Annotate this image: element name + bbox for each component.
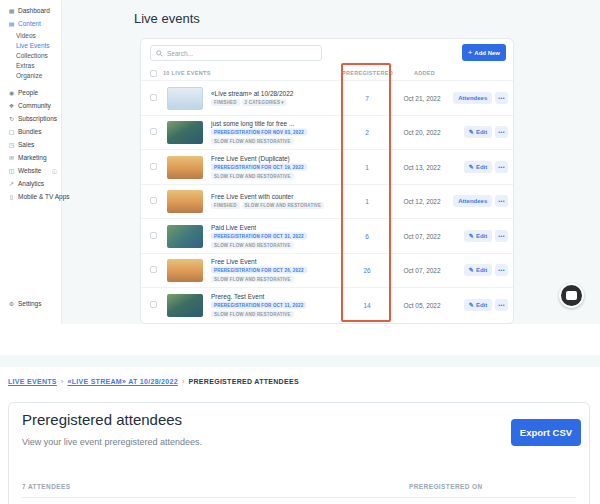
- chat-widget-button[interactable]: [559, 283, 584, 308]
- added-date: Oct 07, 2022: [394, 267, 450, 274]
- action-label: Attendees: [458, 95, 487, 101]
- row-more-button[interactable]: •••: [495, 92, 508, 104]
- website-icon: ◫: [8, 168, 15, 174]
- table-header: 10 LIVE EVENTS PREREGISTERED ADDED: [141, 67, 513, 81]
- row-more-button[interactable]: •••: [495, 230, 508, 242]
- plus-icon: +: [468, 49, 473, 57]
- event-badges: PREREGISTRATION FOR OCT 26, 2022SLOW FLO…: [211, 267, 343, 283]
- sidebar-item-dashboard[interactable]: ▦Dashboard: [0, 4, 61, 17]
- action-label: Edit: [476, 302, 487, 308]
- sidebar-item-content[interactable]: ▤Content: [0, 17, 61, 30]
- attendees-table-header: 7 ATTENDEES PREREGISTERED ON: [22, 483, 576, 490]
- sidebar-item-marketing[interactable]: ✉Marketing: [0, 151, 61, 164]
- action-label: Edit: [476, 267, 487, 273]
- sidebar-item-label: Organize: [16, 72, 42, 79]
- event-info: Free Live Event (Duplicate)PREREGISTRATI…: [211, 154, 343, 179]
- row-more-button[interactable]: •••: [495, 161, 508, 173]
- events-table-body: «Live stream» at 10/28/2022FINISHED2 CAT…: [141, 81, 513, 323]
- sidebar-item-bundles[interactable]: ▢Bundles: [0, 125, 61, 138]
- preregistered-count-link[interactable]: 2: [342, 129, 392, 136]
- table-row: Free Live EventPREREGISTRATION FOR OCT 2…: [141, 254, 513, 289]
- row-more-button[interactable]: •••: [495, 195, 508, 207]
- edit-button[interactable]: ✎Edit: [464, 161, 492, 173]
- added-date: Oct 21, 2022: [394, 94, 450, 101]
- export-csv-button[interactable]: Export CSV: [511, 419, 581, 446]
- search-input[interactable]: Search...: [150, 45, 322, 61]
- preregistered-count-link[interactable]: 1: [342, 198, 392, 205]
- column-header-attendees: 7 ATTENDEES: [22, 483, 70, 490]
- marketing-icon: ✉: [8, 155, 15, 161]
- sidebar-item-label: Marketing: [18, 154, 47, 161]
- column-header-preregistered[interactable]: PREREGISTERED: [342, 70, 392, 76]
- add-new-button[interactable]: + Add New: [462, 44, 506, 61]
- sidebar-item-label: Videos: [16, 32, 36, 39]
- breadcrumb-item-live-stream-at-10-28-2022[interactable]: «LIVE STREAM» AT 10/28/2022: [67, 378, 177, 385]
- sidebar-item-website[interactable]: ◫Websiteⓘ: [0, 164, 61, 177]
- sidebar-item-videos[interactable]: Videos: [0, 30, 61, 40]
- sidebar-item-label: Dashboard: [18, 7, 50, 14]
- event-title[interactable]: Prereg. Test Event: [211, 293, 343, 300]
- sidebar-item-sales[interactable]: ◳Sales: [0, 138, 61, 151]
- card-subtitle: View your live event preregistered atten…: [22, 437, 202, 447]
- breadcrumb-item-live-events[interactable]: LIVE EVENTS: [8, 378, 57, 385]
- sidebar-item-mobile-tv-apps[interactable]: ▯Mobile & TV Apps: [0, 190, 61, 203]
- edit-button[interactable]: ✎Edit: [464, 230, 492, 242]
- sidebar-item-collections[interactable]: Collections: [0, 50, 61, 60]
- row-checkbox[interactable]: [150, 301, 157, 308]
- breadcrumb-separator: ›: [61, 378, 64, 385]
- attendees-button[interactable]: Attendees: [453, 92, 492, 104]
- added-date: Oct 13, 2022: [394, 163, 450, 170]
- row-more-button[interactable]: •••: [495, 264, 508, 276]
- added-date: Oct 12, 2022: [394, 198, 450, 205]
- row-checkbox[interactable]: [150, 232, 157, 239]
- event-title[interactable]: Free Live Event: [211, 258, 343, 265]
- event-badges: PREREGISTRATION FOR NOV 03, 2022SLOW FLO…: [211, 129, 343, 145]
- row-checkbox[interactable]: [150, 163, 157, 170]
- column-header-added[interactable]: ADDED: [414, 70, 435, 76]
- column-header-live-events[interactable]: 10 LIVE EVENTS: [163, 70, 211, 76]
- event-title[interactable]: just some long title for free ...: [211, 120, 343, 127]
- preregistered-count-link[interactable]: 1: [342, 163, 392, 170]
- attendees-button[interactable]: Attendees: [453, 195, 492, 207]
- event-title[interactable]: Paid Live Event: [211, 223, 343, 230]
- edit-button[interactable]: ✎Edit: [464, 126, 492, 138]
- dashboard-icon: ▦: [8, 8, 15, 14]
- event-badges: PREREGISTRATION FOR OCT 19, 2022SLOW FLO…: [211, 163, 343, 179]
- preregistered-count-link[interactable]: 6: [342, 232, 392, 239]
- event-info: Paid Live EventPREREGISTRATION FOR OCT 3…: [211, 223, 343, 248]
- select-all-checkbox[interactable]: [150, 70, 157, 77]
- preregistered-count-link[interactable]: 26: [342, 267, 392, 274]
- sidebar-item-subscriptions[interactable]: ↻Subscriptions: [0, 112, 61, 125]
- row-actions: ✎Edit•••: [464, 299, 508, 311]
- sidebar-item-organize[interactable]: Organize: [0, 70, 61, 80]
- event-badge: PREREGISTRATION FOR OCT 11, 2022: [211, 302, 306, 309]
- sidebar-item-people[interactable]: ◉People: [0, 86, 61, 99]
- settings-icon: ⚙: [8, 301, 15, 307]
- preregistered-count-link[interactable]: 14: [342, 302, 392, 309]
- event-badge: SLOW FLOW AND RESTORATIVE: [211, 311, 294, 318]
- sidebar-item-analytics[interactable]: ↗Analytics: [0, 177, 61, 190]
- row-more-button[interactable]: •••: [495, 299, 508, 311]
- section-divider-strip: [0, 355, 600, 367]
- added-date: Oct 07, 2022: [394, 232, 450, 239]
- event-thumbnail: [167, 121, 203, 144]
- row-checkbox[interactable]: [150, 128, 157, 135]
- event-badge: SLOW FLOW AND RESTORATIVE: [242, 202, 325, 209]
- event-title[interactable]: «Live stream» at 10/28/2022: [211, 90, 343, 97]
- edit-button[interactable]: ✎Edit: [464, 264, 492, 276]
- sidebar-item-settings[interactable]: ⚙ Settings: [0, 297, 62, 310]
- sidebar-item-extras[interactable]: Extras: [0, 60, 61, 70]
- edit-button[interactable]: ✎Edit: [464, 299, 492, 311]
- row-more-button[interactable]: •••: [495, 126, 508, 138]
- event-title[interactable]: Free Live Event with counter: [211, 193, 343, 200]
- row-checkbox[interactable]: [150, 197, 157, 204]
- row-actions: ✎Edit•••: [464, 126, 508, 138]
- sidebar-item-live-events[interactable]: Live Events: [0, 40, 61, 50]
- preregistered-count-link[interactable]: 7: [342, 94, 392, 101]
- row-checkbox[interactable]: [150, 266, 157, 273]
- event-title[interactable]: Free Live Event (Duplicate): [211, 154, 343, 161]
- event-info: «Live stream» at 10/28/2022FINISHED2 CAT…: [211, 90, 343, 106]
- sidebar-item-community[interactable]: ❖Community: [0, 99, 61, 112]
- event-thumbnail: [167, 225, 203, 248]
- row-checkbox[interactable]: [150, 94, 157, 101]
